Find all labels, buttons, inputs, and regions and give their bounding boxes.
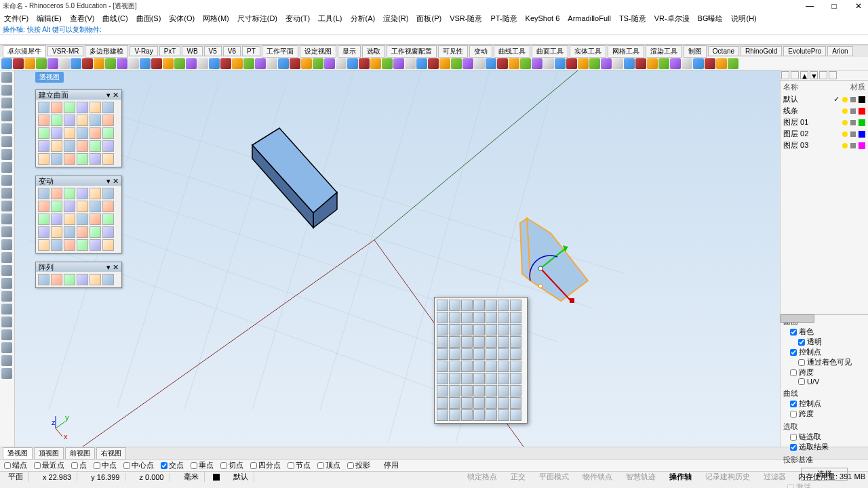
panel-close-icon[interactable]: ▾ ✕ [106, 263, 119, 272]
side-tool-icon[interactable] [1, 342, 12, 353]
toolbar-tab[interactable]: RhinoGold [741, 46, 782, 56]
toolbar-tab[interactable]: 设定视图 [300, 45, 336, 58]
display-option[interactable]: 链选取 [783, 432, 865, 442]
toolbar-icon[interactable] [301, 58, 312, 69]
panel-array[interactable]: 阵列▾ ✕ [35, 262, 122, 288]
toolbar-icon[interactable] [405, 58, 416, 69]
side-tool-icon[interactable] [1, 136, 12, 147]
panel-tool-icon[interactable] [38, 115, 50, 126]
viewport-tab[interactable]: 顶视图 [34, 447, 64, 460]
display-option[interactable]: 控制点 [783, 347, 865, 357]
osnap-option[interactable]: 最近点 [34, 460, 64, 470]
popup-tool-icon[interactable] [473, 397, 485, 409]
toolbar-icon[interactable] [497, 58, 508, 69]
toolbar-icon[interactable] [47, 58, 58, 69]
osnap-option[interactable]: 切点 [220, 460, 243, 470]
popup-tool-icon[interactable] [510, 373, 521, 384]
menu-item[interactable]: 编辑(E) [37, 14, 62, 24]
panel-tool-icon[interactable] [90, 239, 101, 251]
toolbar-tab[interactable]: PT [242, 46, 260, 56]
panel-transform[interactable]: 变动▾ ✕ [35, 176, 122, 253]
panel-tool-icon[interactable] [90, 102, 101, 113]
toolbar-icon[interactable] [451, 58, 462, 69]
popup-tool-icon[interactable] [486, 324, 497, 336]
toolbar-icon[interactable] [647, 58, 658, 69]
menu-item[interactable]: 文件(F) [4, 14, 28, 24]
popup-tool-icon[interactable] [486, 397, 497, 409]
popup-tool-icon[interactable] [510, 300, 521, 311]
toolbar-icon[interactable] [370, 58, 381, 69]
toolbar-icon[interactable] [635, 58, 646, 69]
toolbar-tab[interactable]: EvolutePro [783, 46, 826, 56]
panel-tool-icon[interactable] [77, 102, 88, 113]
toolbar-icon[interactable] [163, 58, 174, 69]
osnap-disable[interactable]: 停用 [384, 460, 399, 470]
side-tool-icon[interactable] [1, 265, 12, 276]
popup-tool-icon[interactable] [486, 312, 497, 323]
menu-item[interactable]: 查看(V) [70, 14, 95, 24]
popup-tool-icon[interactable] [473, 385, 485, 396]
toolbar-icon[interactable] [670, 58, 681, 69]
color-swatch[interactable] [859, 119, 865, 126]
popup-tool-icon[interactable] [449, 300, 460, 311]
popup-tool-icon[interactable] [437, 348, 448, 360]
toolbar-icon[interactable] [486, 58, 496, 69]
toolbar-icon[interactable] [705, 58, 715, 69]
layer-swatch-icon[interactable] [213, 474, 220, 481]
panel-tool-icon[interactable] [38, 140, 50, 152]
menu-item[interactable]: 尺寸标注(D) [237, 14, 277, 24]
toolbar-icon[interactable] [140, 58, 151, 69]
popup-tool-icon[interactable] [473, 409, 485, 421]
panel-tool-icon[interactable] [90, 201, 101, 212]
toolbar-icon[interactable] [462, 58, 473, 69]
popup-tool-icon[interactable] [461, 312, 473, 323]
panel-tool-icon[interactable] [38, 239, 50, 251]
panel-tool-icon[interactable] [102, 226, 114, 238]
toolbar-tab[interactable]: 显示 [338, 45, 361, 58]
menu-item[interactable]: 变动(T) [285, 14, 310, 24]
toolbar-tab[interactable]: 制图 [684, 45, 707, 58]
menu-item[interactable]: PT-随意 [490, 14, 517, 24]
panel-close-icon[interactable]: ▾ ✕ [106, 91, 119, 100]
toolbar-icon[interactable] [578, 58, 589, 69]
popup-tool-icon[interactable] [498, 348, 509, 360]
popup-tool-icon[interactable] [437, 373, 448, 384]
popup-tool-icon[interactable] [461, 324, 473, 336]
side-tool-icon[interactable] [1, 188, 12, 199]
gumball-x-handle[interactable] [570, 298, 574, 303]
panel-tool-icon[interactable] [38, 201, 50, 212]
box-object-2-selected[interactable] [520, 218, 588, 301]
toolbar-tab[interactable]: Octane [708, 46, 739, 56]
display-sub-option[interactable]: 透明 [783, 337, 865, 347]
toolbar-icon[interactable] [543, 58, 554, 69]
status-toggle[interactable]: 操作轴 [665, 472, 696, 482]
side-tool-icon[interactable] [1, 239, 12, 250]
panel-tool-icon[interactable] [102, 274, 114, 285]
side-tool-icon[interactable] [1, 317, 12, 327]
popup-tool-icon[interactable] [498, 312, 509, 323]
popup-tool-icon[interactable] [449, 336, 460, 348]
toolbar-icon[interactable] [220, 58, 231, 69]
popup-tool-icon[interactable] [486, 348, 497, 360]
lock-icon[interactable] [850, 131, 856, 137]
status-toggle[interactable]: 平面模式 [535, 472, 573, 482]
panel-tool-icon[interactable] [51, 226, 62, 238]
toolbar-tab[interactable]: VSR-MR [47, 46, 83, 56]
panel-tool-icon[interactable] [51, 127, 62, 139]
popup-tool-icon[interactable] [437, 324, 448, 336]
toolbar-icon[interactable] [105, 58, 116, 69]
menu-item[interactable]: 实体(O) [169, 14, 195, 24]
toolbar-icon[interactable] [509, 58, 519, 69]
panel-tool-icon[interactable] [38, 153, 50, 165]
side-tool-icon[interactable] [1, 85, 12, 96]
panel-tool-icon[interactable] [64, 153, 75, 165]
toolbar-icon[interactable] [243, 58, 254, 69]
display-sub-option[interactable]: U/V [783, 378, 865, 386]
panel-tool-icon[interactable] [38, 102, 50, 113]
panel-tool-icon[interactable] [90, 274, 101, 285]
color-swatch[interactable] [859, 131, 865, 138]
panel-tool-icon[interactable] [77, 239, 88, 251]
toolbar-icon[interactable] [601, 58, 612, 69]
panel-tool-icon[interactable] [90, 226, 101, 238]
toolbar-icon[interactable] [393, 58, 404, 69]
